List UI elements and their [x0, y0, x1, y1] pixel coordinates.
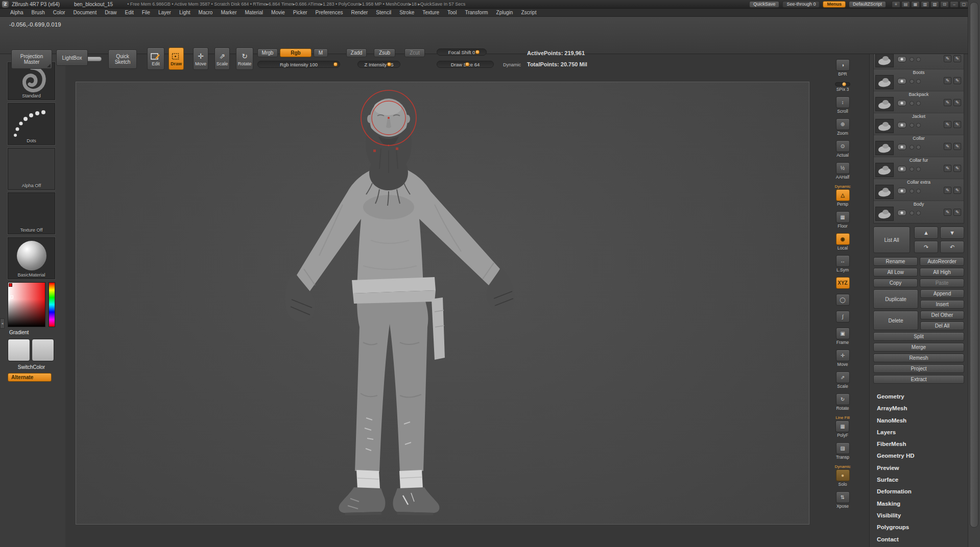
subtool-thumbnail-icon[interactable]: [875, 163, 894, 177]
see-through-slider[interactable]: See-through 0: [782, 1, 820, 8]
subtool-item[interactable]: Boots ✎ ✎: [874, 69, 964, 91]
solo-button[interactable]: Dynamic ● Solo: [834, 464, 850, 487]
insert-button[interactable]: Insert: [920, 300, 964, 309]
menus-toggle-button[interactable]: Menus: [823, 1, 846, 8]
zbrush-document[interactable]: [76, 82, 809, 525]
slider-knob[interactable]: [475, 50, 480, 55]
append-button[interactable]: Append: [920, 289, 964, 298]
polypaint-toggle-icon[interactable]: ✎: [944, 55, 951, 62]
actual-size-button[interactable]: ⊙ Actual: [836, 140, 850, 158]
menu-item[interactable]: Brush: [28, 10, 49, 15]
default-zscript-button[interactable]: DefaultZScript: [849, 1, 886, 8]
subtool-option-dot[interactable]: [916, 167, 921, 171]
uv-toggle-icon[interactable]: ✎: [953, 143, 961, 150]
menu-item[interactable]: Edit: [121, 10, 138, 15]
mrgb-button[interactable]: Mrgb: [257, 48, 278, 57]
slider-knob[interactable]: [333, 62, 338, 67]
uv-toggle-icon[interactable]: ✎: [953, 99, 961, 106]
tool-section-header[interactable]: Preview: [873, 462, 964, 474]
delete-button[interactable]: Delete: [873, 311, 918, 330]
uv-toggle-icon[interactable]: ✎: [953, 55, 961, 62]
subtool-option-dot[interactable]: [910, 101, 914, 106]
tool-section-header[interactable]: NanoMesh: [873, 415, 964, 427]
rgb-button[interactable]: Rgb: [280, 48, 312, 57]
menu-item[interactable]: Light: [175, 10, 195, 15]
copy-button[interactable]: Copy: [873, 279, 918, 287]
polypaint-toggle-icon[interactable]: ✎: [944, 143, 951, 150]
subtool-option-dot[interactable]: [916, 123, 921, 128]
color-picker[interactable]: [8, 282, 55, 328]
minimize-icon[interactable]: –: [950, 1, 959, 8]
menu-item[interactable]: Transform: [461, 10, 492, 15]
subtool-option-dot[interactable]: [916, 79, 921, 84]
zsub-button[interactable]: Zsub: [374, 48, 395, 57]
frame-button[interactable]: ▣ Frame: [836, 328, 850, 345]
zcut-button[interactable]: Zcut: [404, 48, 425, 57]
autoreorder-button[interactable]: AutoReorder: [920, 257, 964, 266]
m-button[interactable]: M: [314, 48, 328, 57]
rename-button[interactable]: Rename: [873, 257, 918, 266]
visibility-eye-icon[interactable]: [897, 166, 906, 172]
spix-mini-slider[interactable]: [835, 82, 850, 86]
tool-section-header[interactable]: Deformation: [873, 486, 964, 498]
visibility-eye-icon[interactable]: [897, 210, 906, 216]
aahalf-button[interactable]: ½ AAHalf: [836, 162, 850, 180]
radial-symmetry-button[interactable]: ◯: [836, 294, 850, 306]
tool-section-header[interactable]: Polygroups: [873, 521, 964, 533]
projection-master-button[interactable]: Projection Master: [11, 49, 52, 69]
visibility-eye-icon[interactable]: [897, 56, 906, 62]
visibility-eye-icon[interactable]: [897, 144, 906, 150]
polypaint-toggle-icon[interactable]: ✎: [944, 165, 951, 172]
spix-slider[interactable]: SPix 3: [835, 81, 850, 92]
layout-grid-icon[interactable]: ▦: [911, 1, 920, 8]
slider-knob[interactable]: [387, 62, 391, 67]
lightbox-button[interactable]: LightBox: [56, 49, 88, 66]
draw-button[interactable]: Draw: [169, 47, 184, 70]
saturation-value-picker[interactable]: [8, 282, 45, 327]
uv-toggle-icon[interactable]: ✎: [953, 165, 961, 172]
polypaint-toggle-icon[interactable]: ✎: [944, 209, 951, 216]
menu-item[interactable]: Marker: [217, 10, 241, 15]
menu-item[interactable]: Render: [347, 10, 372, 15]
subtool-option-dot[interactable]: [910, 57, 914, 62]
subtool-option-dot[interactable]: [910, 79, 914, 84]
shuffle-down-button[interactable]: ↶: [940, 241, 964, 253]
menu-item[interactable]: Color: [49, 10, 69, 15]
menu-item[interactable]: Alpha: [6, 10, 28, 15]
stroke-thumbnail[interactable]: Dots: [8, 103, 55, 145]
uv-toggle-icon[interactable]: ✎: [953, 209, 961, 216]
tool-section-header[interactable]: Geometry HD: [873, 450, 964, 462]
switch-color-label[interactable]: SwitchColor: [8, 364, 55, 370]
xpose-button[interactable]: ⇅ Xpose: [836, 491, 850, 509]
texture-thumbnail[interactable]: Texture Off: [8, 192, 55, 234]
del-other-button[interactable]: Del Other: [920, 311, 964, 319]
layout-columns-icon[interactable]: ▥: [921, 1, 929, 8]
visibility-eye-icon[interactable]: [897, 188, 906, 194]
restore-icon[interactable]: ▢: [960, 1, 968, 8]
bpr-render-button[interactable]: ◑ BPR: [836, 59, 850, 77]
remesh-button[interactable]: Remesh: [873, 354, 964, 362]
subtool-option-dot[interactable]: [910, 145, 914, 150]
persp-button[interactable]: Dynamic △ Persp: [834, 184, 850, 207]
material-thumbnail[interactable]: BasicMaterial: [8, 237, 55, 279]
subtool-item[interactable]: Collar extra ✎ ✎: [874, 179, 964, 201]
split-button[interactable]: Split: [873, 332, 964, 341]
subtool-thumbnail-icon[interactable]: [875, 141, 894, 155]
gradient-label[interactable]: Gradient: [9, 330, 29, 335]
palette-collapse-handle[interactable]: ◂: [0, 318, 5, 329]
subtool-option-dot[interactable]: [916, 189, 921, 193]
shuffle-up-button[interactable]: ↷: [914, 241, 938, 253]
menu-item[interactable]: Texture: [418, 10, 443, 15]
move-down-button[interactable]: ▼: [940, 227, 964, 239]
menu-item[interactable]: Zplugin: [492, 10, 517, 15]
subtool-option-dot[interactable]: [910, 211, 914, 215]
menu-item[interactable]: Stencil: [372, 10, 395, 15]
polyframe-button[interactable]: Line Fill ▦ PolyF: [835, 415, 850, 438]
polypaint-toggle-icon[interactable]: ✎: [944, 99, 951, 106]
menu-item[interactable]: Draw: [101, 10, 121, 15]
sculpt-model[interactable]: [266, 87, 532, 518]
slider-knob[interactable]: [465, 62, 470, 67]
subtool-item[interactable]: Collar ✎ ✎: [874, 135, 964, 157]
menu-item[interactable]: Macro: [195, 10, 217, 15]
lsym-button[interactable]: ↔ L.Sym: [836, 255, 850, 272]
